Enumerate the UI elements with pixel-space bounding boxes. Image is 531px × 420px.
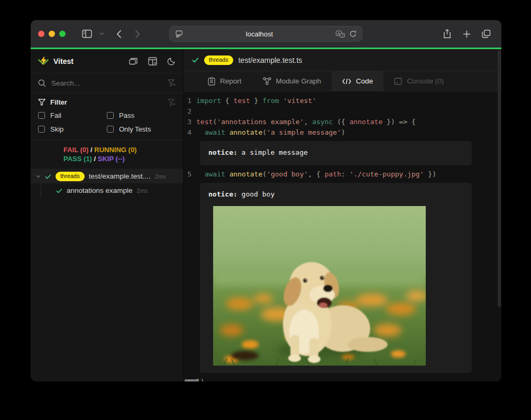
dashboard-icon[interactable]: 3s <box>148 57 157 66</box>
test-case-name: annotations example <box>67 186 133 194</box>
tab-console[interactable]: Console (0) <box>383 71 454 91</box>
zoom-button[interactable] <box>59 31 66 37</box>
sidebar-header: Vitest 3s <box>31 49 183 73</box>
checkbox-box[interactable] <box>107 112 114 119</box>
app-title: Vitest <box>53 57 119 66</box>
file-header: threads test/example.test.ts <box>184 49 501 71</box>
code-text: test('annotations example', async ({ ann… <box>196 117 416 127</box>
tab-bar: Report Module Graph <box>184 71 501 91</box>
test-case-row[interactable]: annotations example 2ms <box>31 183 183 198</box>
main-panel: threads test/example.test.ts Report <box>184 49 501 381</box>
code-text: await annotate('good boy', { path: './cu… <box>196 169 436 180</box>
code-editor[interactable]: 1import { test } from 'vitest'23test('an… <box>184 91 501 381</box>
pass-count: PASS (1) <box>63 155 92 163</box>
code-line[interactable]: 5 await annotate('good boy', { path: './… <box>184 169 501 180</box>
check-icon <box>192 57 199 63</box>
annotation-box: notice: a simple message <box>200 141 472 165</box>
browser-window: localhost A 文 <box>31 20 501 381</box>
reader-icon[interactable] <box>175 30 183 38</box>
checkbox-pass[interactable]: Pass <box>107 111 176 119</box>
report-icon <box>208 77 215 86</box>
svg-text:文: 文 <box>341 33 344 37</box>
summary-separator: / <box>88 146 94 154</box>
tab-code[interactable]: Code <box>332 71 383 91</box>
address-bar[interactable]: localhost A 文 <box>169 26 362 42</box>
horizontal-scrollbar[interactable] <box>185 379 198 381</box>
checkbox-fail[interactable]: Fail <box>38 111 107 119</box>
search-placeholder[interactable]: Search... <box>51 79 162 87</box>
annotation-message: a simple message <box>237 148 308 156</box>
forward-icon <box>131 27 144 40</box>
tab-overview-icon[interactable] <box>480 27 492 40</box>
puppy-image <box>213 206 426 366</box>
tab-label: Module Graph <box>276 77 322 85</box>
vitest-logo <box>38 56 49 66</box>
desktop-background: localhost A 文 <box>0 0 531 420</box>
skip-count: SKIP (--) <box>98 155 125 163</box>
svg-text:3s: 3s <box>153 61 157 64</box>
share-icon[interactable] <box>441 27 453 40</box>
filter-clear-icon[interactable] <box>168 99 176 106</box>
checkbox-skip[interactable]: Skip <box>38 125 107 133</box>
tab-module-graph[interactable]: Module Graph <box>252 71 332 91</box>
checkbox-box[interactable] <box>107 126 114 133</box>
filter-title: Filter <box>50 98 163 106</box>
back-icon[interactable] <box>113 27 125 40</box>
filter-section: Filter Fail <box>31 93 183 140</box>
line-number: 2 <box>184 106 196 117</box>
running-count: RUNNING (0) <box>94 146 136 154</box>
code-text: import { test } from 'vitest' <box>196 96 316 106</box>
summary-separator: / <box>92 155 98 163</box>
tab-label: Code <box>356 77 373 85</box>
vertical-scrollbar[interactable] <box>498 50 501 307</box>
code-line[interactable]: 1import { test } from 'vitest' <box>184 96 501 106</box>
test-summary: FAIL (0) / RUNNING (0) PASS (1) / SKIP (… <box>31 140 183 169</box>
annotation-type-label: notice: <box>208 190 237 198</box>
code-text: await annotate('a simple message') <box>196 127 345 138</box>
tab-label: Report <box>220 77 242 85</box>
url-text[interactable]: localhost <box>183 30 336 38</box>
close-button[interactable] <box>38 31 44 37</box>
moon-icon[interactable] <box>167 57 176 66</box>
svg-text:A: A <box>337 31 340 35</box>
test-tree: threads test/example.test.... 2ms annota… <box>31 169 183 381</box>
checkbox-box[interactable] <box>38 126 45 133</box>
checkbox-label: Only Tests <box>119 125 151 133</box>
fail-count: FAIL (0) <box>63 146 88 154</box>
checkbox-only-tests[interactable]: Only Tests <box>107 125 176 133</box>
indent-guide <box>41 183 41 198</box>
panels-icon[interactable] <box>129 57 138 65</box>
checkbox-label: Skip <box>50 125 63 133</box>
search-icon <box>38 79 46 87</box>
annotation-box: notice: good boy <box>200 183 472 373</box>
file-name: test/example.test.ts <box>239 56 303 64</box>
test-duration: 2ms <box>155 173 166 180</box>
code-icon <box>342 78 351 85</box>
test-file-row[interactable]: threads test/example.test.... 2ms <box>31 169 183 183</box>
new-tab-icon[interactable] <box>460 27 473 40</box>
reload-icon[interactable] <box>350 30 356 38</box>
code-line[interactable]: 6}) <box>184 377 501 381</box>
sidebar: Vitest 3s <box>31 49 184 381</box>
chevron-down-icon[interactable] <box>95 27 108 40</box>
annotation-message: good boy <box>237 190 274 198</box>
filter-clear-icon[interactable] <box>168 79 176 87</box>
pool-badge: threads <box>204 55 233 65</box>
code-line[interactable]: 4 await annotate('a simple message') <box>184 127 501 138</box>
check-icon <box>56 188 62 193</box>
code-line[interactable]: 2 <box>184 106 501 117</box>
translate-icon[interactable]: A 文 <box>336 31 345 38</box>
line-number: 3 <box>184 117 196 127</box>
sidebar-toggle-icon[interactable] <box>80 27 93 40</box>
tab-report[interactable]: Report <box>197 71 252 91</box>
browser-toolbar: localhost A 文 <box>31 20 501 48</box>
minimize-button[interactable] <box>49 31 55 37</box>
line-number: 4 <box>184 127 196 138</box>
search-bar[interactable]: Search... <box>31 73 183 93</box>
annotation-type-label: notice: <box>208 148 237 156</box>
chevron-down-icon[interactable] <box>36 175 41 178</box>
checkbox-box[interactable] <box>38 112 45 119</box>
console-icon <box>394 78 402 85</box>
module-graph-icon <box>263 77 271 85</box>
code-line[interactable]: 3test('annotations example', async ({ an… <box>184 117 501 127</box>
